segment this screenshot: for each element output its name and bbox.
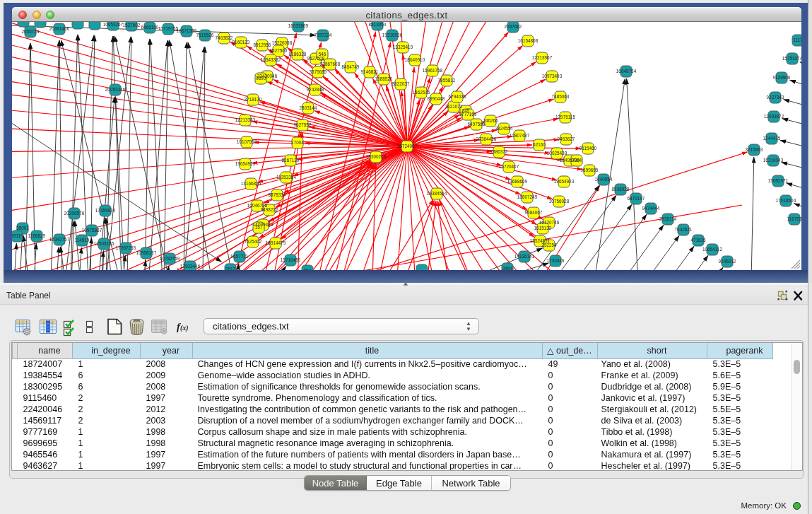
svg-text:9627552: 9627552 xyxy=(294,122,312,127)
svg-text:15751074: 15751074 xyxy=(782,56,801,61)
svg-text:16671385: 16671385 xyxy=(177,28,197,33)
svg-text:746266: 746266 xyxy=(483,118,498,123)
svg-text:10975887: 10975887 xyxy=(82,228,102,233)
svg-text:15692971: 15692971 xyxy=(768,178,789,183)
svg-text:12505135: 12505135 xyxy=(94,241,114,246)
svg-text:3824554: 3824554 xyxy=(495,126,513,131)
svg-text:546: 546 xyxy=(319,52,326,57)
svg-text:39119: 39119 xyxy=(12,233,23,238)
svg-text:16961758: 16961758 xyxy=(423,68,443,73)
svg-text:9474444: 9474444 xyxy=(642,206,660,211)
svg-text:1156829: 1156829 xyxy=(28,233,46,238)
svg-text:7886372: 7886372 xyxy=(490,149,508,154)
svg-text:6879197: 6879197 xyxy=(628,196,645,201)
svg-text:19218936: 19218936 xyxy=(382,33,403,37)
svg-text:14136141: 14136141 xyxy=(514,254,535,259)
svg-text:35001: 35001 xyxy=(16,226,29,230)
svg-text:1615132: 1615132 xyxy=(534,226,552,230)
svg-text:8938928: 8938928 xyxy=(612,187,630,192)
svg-text:11353384: 11353384 xyxy=(276,175,296,180)
svg-text:8813054: 8813054 xyxy=(369,22,387,27)
svg-text:17004: 17004 xyxy=(291,140,304,145)
svg-text:3575685: 3575685 xyxy=(310,69,327,74)
svg-text:10654112: 10654112 xyxy=(702,247,722,252)
svg-text:13325419: 13325419 xyxy=(393,45,413,49)
svg-text:157: 157 xyxy=(255,225,263,230)
svg-text:16120746: 16120746 xyxy=(539,220,560,225)
svg-text:12093872: 12093872 xyxy=(764,114,784,119)
svg-text:1621072: 1621072 xyxy=(445,104,463,109)
svg-text:8267130: 8267130 xyxy=(282,158,300,163)
svg-text:10973493: 10973493 xyxy=(542,74,563,78)
svg-text:8822037: 8822037 xyxy=(392,81,410,86)
svg-text:10807487: 10807487 xyxy=(510,133,530,138)
svg-text:2803144: 2803144 xyxy=(300,105,317,110)
svg-text:2935114: 2935114 xyxy=(659,216,677,221)
svg-text:7463822: 7463822 xyxy=(216,35,233,40)
svg-text:9463627: 9463627 xyxy=(558,136,575,141)
svg-text:252254: 252254 xyxy=(541,243,557,247)
svg-text:16648784: 16648784 xyxy=(616,69,637,74)
svg-text:114519: 114519 xyxy=(75,238,90,243)
svg-text:15720407: 15720407 xyxy=(499,164,519,169)
svg-text:19654923: 19654923 xyxy=(554,179,575,184)
svg-text:1562615: 1562615 xyxy=(413,90,430,95)
svg-text:10025438: 10025438 xyxy=(547,151,567,156)
svg-text:12923446: 12923446 xyxy=(180,264,201,269)
svg-text:16782759: 16782759 xyxy=(160,256,180,261)
svg-text:(x): (x) xyxy=(180,324,189,332)
svg-text:1440954: 1440954 xyxy=(595,177,613,182)
svg-text:62160: 62160 xyxy=(533,142,546,147)
svg-text:16033809: 16033809 xyxy=(288,23,309,28)
svg-text:9160123: 9160123 xyxy=(233,40,250,45)
svg-text:9804: 9804 xyxy=(572,158,582,163)
svg-text:16154808: 16154808 xyxy=(518,38,539,43)
svg-text:10653267: 10653267 xyxy=(103,22,124,27)
svg-text:12342757: 12342757 xyxy=(49,237,70,242)
svg-text:9146821: 9146821 xyxy=(361,69,379,74)
svg-text:9527500: 9527500 xyxy=(270,48,288,53)
svg-text:8990448: 8990448 xyxy=(428,96,445,101)
svg-text:6794028: 6794028 xyxy=(449,94,466,99)
svg-text:9699695: 9699695 xyxy=(581,168,599,173)
svg-text:9890: 9890 xyxy=(256,76,266,81)
svg-text:2612: 2612 xyxy=(225,267,236,270)
svg-text:1117: 1117 xyxy=(793,37,801,42)
svg-text:8186328: 8186328 xyxy=(289,52,307,57)
svg-text:10107552: 10107552 xyxy=(237,139,257,144)
svg-text:20206576: 20206576 xyxy=(64,211,85,216)
svg-text:9115460: 9115460 xyxy=(579,146,597,151)
svg-text:116753: 116753 xyxy=(787,216,801,221)
svg-text:17957255: 17957255 xyxy=(116,245,136,250)
svg-text:18807249: 18807249 xyxy=(517,194,538,199)
svg-text:7357224: 7357224 xyxy=(314,33,332,37)
svg-text:18640910: 18640910 xyxy=(405,57,425,62)
svg-text:3464: 3464 xyxy=(502,266,513,270)
svg-text:3498222: 3498222 xyxy=(261,207,278,212)
svg-text:20691406: 20691406 xyxy=(49,26,70,31)
svg-text:471626: 471626 xyxy=(690,238,706,243)
svg-text:23867608: 23867608 xyxy=(320,62,341,66)
svg-text:1588520: 1588520 xyxy=(375,76,393,81)
svg-text:9227343: 9227343 xyxy=(767,95,784,100)
svg-text:7515526: 7515526 xyxy=(196,33,214,37)
svg-text:17016504: 17016504 xyxy=(776,198,796,203)
svg-text:19384554: 19384554 xyxy=(427,191,447,196)
svg-text:16210043: 16210043 xyxy=(763,158,784,163)
svg-text:2718170: 2718170 xyxy=(245,97,262,102)
svg-text:9245012: 9245012 xyxy=(719,259,736,264)
svg-text:16914479: 16914479 xyxy=(266,240,286,245)
svg-text:1244415: 1244415 xyxy=(763,136,781,141)
svg-text:9129906: 9129906 xyxy=(773,75,791,80)
svg-text:964: 964 xyxy=(304,268,312,270)
svg-text:2087682: 2087682 xyxy=(505,24,522,29)
svg-text:9657721: 9657721 xyxy=(231,254,249,259)
svg-text:10688609: 10688609 xyxy=(507,179,528,184)
svg-text:19654925: 19654925 xyxy=(235,161,256,166)
svg-text:2055724: 2055724 xyxy=(22,29,40,34)
svg-text:9242848: 9242848 xyxy=(307,87,324,92)
svg-text:12213383: 12213383 xyxy=(235,117,256,122)
svg-text:9084067: 9084067 xyxy=(525,210,543,215)
svg-text:20053346: 20053346 xyxy=(105,87,126,92)
svg-text:7632621: 7632621 xyxy=(675,227,693,232)
